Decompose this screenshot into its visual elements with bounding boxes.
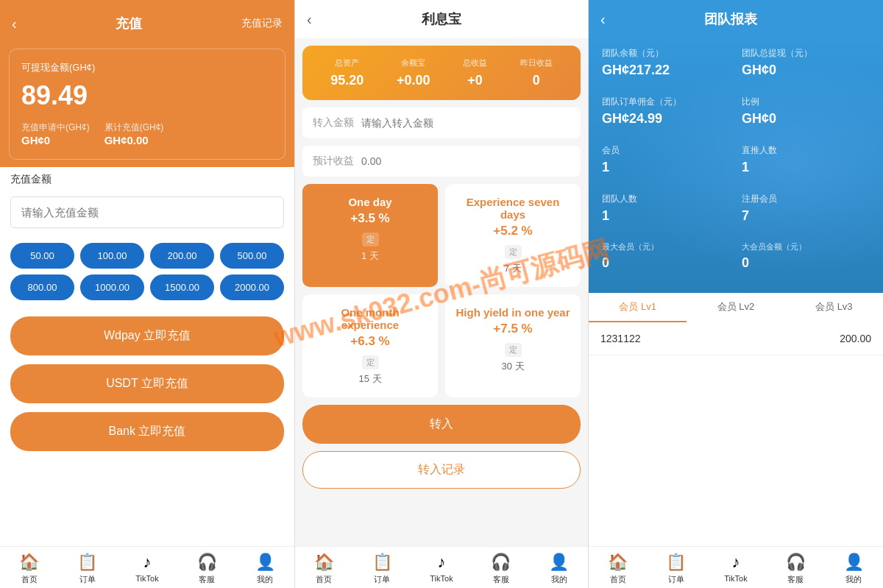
- team-tab[interactable]: 会员 Lv2: [687, 293, 784, 322]
- nav-item[interactable]: ♪TikTok: [724, 553, 747, 585]
- nav-item[interactable]: 🎧客服: [197, 553, 217, 585]
- team-tab[interactable]: 会员 Lv1: [589, 293, 687, 322]
- quick-amount-btn[interactable]: 500.00: [220, 243, 284, 269]
- stat-cell-val: 1: [602, 208, 730, 224]
- stat-cell-label: 团队总提现（元）: [742, 47, 870, 60]
- stat-col: 总收益+0: [463, 57, 487, 88]
- nav-label: 客服: [787, 574, 804, 585]
- stat-col: 总资产95.20: [330, 57, 364, 88]
- products-grid: One day +3.5 % 定 1 天 Experience seven da…: [302, 184, 581, 397]
- nav-item[interactable]: 🎧客服: [491, 553, 511, 585]
- pending-val: GH¢0: [21, 134, 50, 146]
- quick-amount-btn[interactable]: 800.00: [10, 274, 74, 300]
- quick-amount-btn[interactable]: 2000.00: [220, 274, 284, 300]
- nav-icon: 🏠: [608, 553, 628, 572]
- nav-label: TikTok: [724, 574, 747, 583]
- balance-amount: 89.49: [21, 80, 273, 111]
- action-btn[interactable]: Wdpay 立即充值: [10, 316, 284, 355]
- panel1-title: 充值: [116, 15, 142, 32]
- yield-input[interactable]: [361, 155, 570, 167]
- stat-cell-label: 注册会员: [742, 193, 870, 205]
- total-recharge-val: GH¢0.00: [104, 134, 149, 146]
- stat-val: 0: [520, 73, 553, 88]
- product-rate: +6.3 %: [311, 334, 429, 349]
- nav-item[interactable]: 📋订单: [77, 553, 97, 585]
- stat-cell-val: GH¢24.99: [602, 111, 730, 127]
- action-buttons: Wdpay 立即充值USDT 立即充值Bank 立即充值: [0, 308, 294, 546]
- transfer-button[interactable]: 转入: [302, 405, 581, 444]
- nav-icon: 🎧: [786, 553, 806, 572]
- product-days: 30 天: [454, 360, 572, 373]
- quick-amount-btn[interactable]: 200.00: [150, 243, 214, 269]
- nav-icon: 👤: [549, 553, 569, 572]
- quick-amount-btn[interactable]: 100.00: [80, 243, 144, 269]
- transfer-record-button[interactable]: 转入记录: [302, 451, 581, 489]
- nav-item[interactable]: ♪TikTok: [430, 553, 453, 585]
- nav-item[interactable]: 🏠首页: [608, 553, 628, 585]
- panel2-title: 利息宝: [422, 10, 461, 28]
- nav-icon: 📋: [372, 553, 392, 572]
- amount-input-wrap: [0, 189, 294, 235]
- panel2-back-icon[interactable]: ‹: [307, 11, 312, 28]
- stat-cell: 团队余额（元）GH¢217.22: [596, 38, 736, 87]
- nav-item[interactable]: 🏠首页: [314, 553, 334, 585]
- nav-icon: 🎧: [197, 553, 217, 572]
- product-card[interactable]: One month experience +6.3 % 定 15 天: [302, 294, 438, 397]
- quick-amount-btn[interactable]: 50.00: [10, 243, 74, 269]
- panel1-header: ‹ 充值 充值记录: [0, 0, 294, 41]
- nav-item[interactable]: 📋订单: [372, 553, 392, 585]
- panel2-body: 总资产95.20余额宝+0.00总收益+0昨日收益0 转入金额 预计收益 One…: [295, 38, 588, 546]
- nav-label: 首页: [21, 574, 38, 585]
- nav-label: 订单: [374, 574, 390, 585]
- action-btn[interactable]: Bank 立即充值: [10, 412, 284, 451]
- product-card[interactable]: Experience seven days +5.2 % 定 7 天: [445, 184, 581, 287]
- product-days: 7 天: [454, 262, 572, 275]
- panel3-title: 团队报表: [613, 10, 849, 28]
- pending-label: 充值申请中(GH¢): [21, 121, 90, 134]
- recharge-record-link[interactable]: 充值记录: [241, 17, 283, 30]
- nav-item[interactable]: 👤我的: [255, 553, 275, 585]
- stat-cell: 直推人数1: [736, 135, 876, 184]
- panel3-table: 1231122200.00: [589, 322, 883, 546]
- transfer-label: 转入金额: [313, 116, 354, 130]
- stat-label: 昨日收益: [520, 57, 553, 68]
- panel3-back-icon[interactable]: ‹: [600, 11, 606, 28]
- stat-col: 昨日收益0: [520, 57, 553, 88]
- team-tab[interactable]: 会员 Lv3: [785, 293, 883, 322]
- nav-icon: 📋: [666, 553, 686, 572]
- nav-item[interactable]: ♪TikTok: [135, 553, 158, 585]
- quick-amount-btn[interactable]: 1000.00: [80, 274, 144, 300]
- amount-input[interactable]: [10, 196, 284, 228]
- product-days: 1 天: [311, 249, 429, 263]
- nav-label: 首页: [316, 574, 332, 585]
- nav-item[interactable]: 👤我的: [549, 553, 569, 585]
- transfer-input[interactable]: [361, 117, 570, 129]
- amount-section-label: 充值金额: [0, 167, 294, 189]
- row-id: 1231122: [600, 333, 641, 344]
- product-card[interactable]: One day +3.5 % 定 1 天: [302, 184, 438, 287]
- nav-item[interactable]: 🎧客服: [786, 553, 806, 585]
- table-row: 1231122200.00: [589, 322, 883, 355]
- nav-item[interactable]: 👤我的: [844, 553, 864, 585]
- stats-grid: 团队余额（元）GH¢217.22团队总提现（元）GH¢0团队订单佣金（元）GH¢…: [589, 38, 883, 233]
- product-title: One month experience: [311, 306, 429, 331]
- product-days: 15 天: [311, 372, 429, 386]
- nav-label: TikTok: [430, 574, 453, 583]
- nav-item[interactable]: 🏠首页: [19, 553, 39, 585]
- stat-cell: 比例GH¢0: [736, 87, 876, 135]
- recharge-panel: ‹ 充值 充值记录 可提现金额(GH¢) 89.49 充值申请中(GH¢) GH…: [0, 0, 294, 588]
- product-rate: +3.5 %: [311, 211, 429, 226]
- nav-icon: 👤: [255, 553, 275, 572]
- nav-item[interactable]: 📋订单: [666, 553, 686, 585]
- quick-amount-btn[interactable]: 1500.00: [150, 274, 214, 300]
- action-btn[interactable]: USDT 立即充值: [10, 364, 284, 403]
- nav-icon: 🎧: [491, 553, 511, 572]
- quick-amounts-grid: 50.00100.00200.00500.00800.001000.001500…: [0, 235, 294, 308]
- product-tag: 定: [505, 245, 522, 259]
- product-card[interactable]: High yield in one year +7.5 % 定 30 天: [445, 294, 581, 397]
- back-icon[interactable]: ‹: [12, 15, 17, 32]
- stat-val: +0.00: [397, 73, 430, 88]
- panel2-header: ‹ 利息宝: [295, 0, 588, 38]
- stat-label: 总资产: [330, 57, 364, 68]
- stat-cell-val: GH¢217.22: [602, 63, 730, 78]
